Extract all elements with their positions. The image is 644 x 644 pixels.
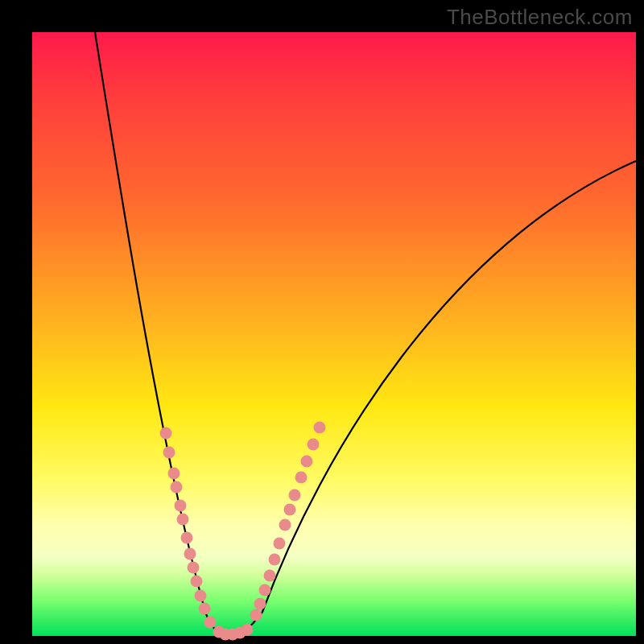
data-dot xyxy=(188,562,200,574)
data-dot xyxy=(195,590,207,602)
plot-area xyxy=(32,32,636,636)
data-dot xyxy=(284,504,296,516)
data-dot xyxy=(250,609,262,621)
curve-layer xyxy=(32,32,636,636)
data-dot xyxy=(274,538,286,550)
data-dot xyxy=(184,548,196,560)
data-dot xyxy=(181,532,193,544)
data-dot xyxy=(177,514,189,526)
watermark-text: TheBottleneck.com xyxy=(447,5,633,30)
data-dot xyxy=(204,617,217,629)
data-dot xyxy=(264,570,276,582)
bottleneck-curve xyxy=(95,32,636,634)
data-dot xyxy=(308,439,320,451)
data-dot xyxy=(279,519,291,531)
data-dot xyxy=(242,624,254,636)
chart-frame: TheBottleneck.com xyxy=(0,0,644,644)
data-dot xyxy=(314,422,326,434)
data-dot xyxy=(259,584,271,597)
data-dot xyxy=(175,500,187,512)
data-dot xyxy=(254,598,266,610)
data-dot xyxy=(171,481,183,493)
data-dot xyxy=(289,489,301,502)
data-dot xyxy=(191,576,203,588)
data-dot xyxy=(199,603,211,615)
data-dot xyxy=(295,472,308,484)
data-dot xyxy=(301,456,313,468)
data-dot xyxy=(168,468,180,480)
data-dot xyxy=(160,427,172,440)
data-dot xyxy=(163,447,175,459)
data-dot xyxy=(269,554,281,566)
